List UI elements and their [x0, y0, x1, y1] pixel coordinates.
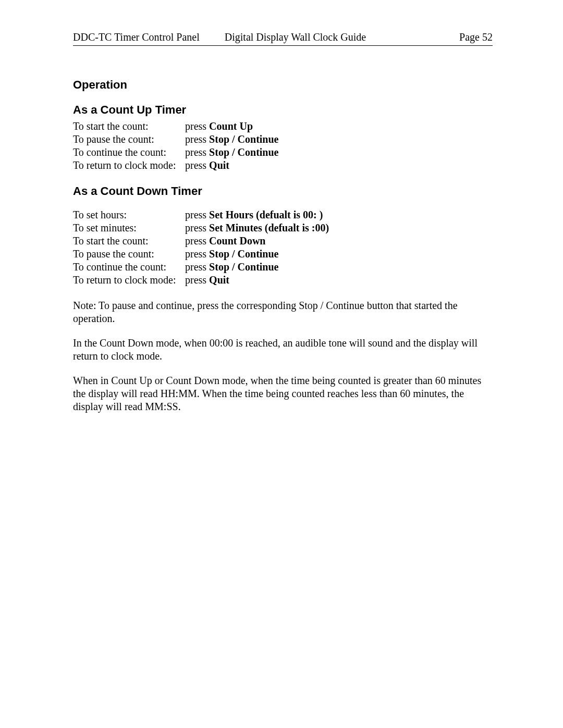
action-key: Count Down: [209, 235, 265, 246]
action-prefix: press: [185, 248, 209, 260]
countdown-paragraph: In the Count Down mode, when 00:00 is re…: [73, 337, 493, 363]
action-key: Count Up: [209, 120, 253, 132]
action-prefix: press: [185, 133, 209, 145]
instruction-action: press Quit: [185, 159, 229, 172]
instruction-action: press Set Hours (defualt is 00: ): [185, 208, 323, 221]
display-format-paragraph: When in Count Up or Count Down mode, whe…: [73, 374, 493, 413]
action-key: Quit: [209, 159, 229, 171]
instruction-label: To pause the count:: [73, 133, 185, 146]
action-prefix: press: [185, 261, 209, 273]
spacer: [73, 201, 493, 208]
instruction-action: press Stop / Continue: [185, 248, 278, 261]
action-key: Quit: [209, 274, 229, 286]
action-prefix: press: [185, 146, 209, 158]
instruction-row: To continue the count: press Stop / Cont…: [73, 261, 493, 274]
page-header: DDC-TC Timer Control Panel Digital Displ…: [73, 31, 493, 46]
instruction-label: To pause the count:: [73, 248, 185, 261]
instruction-row: To start the count: press Count Up: [73, 120, 493, 133]
section-title-operation: Operation: [73, 78, 493, 92]
note-paragraph: Note: To pause and continue, press the c…: [73, 299, 493, 325]
action-prefix: press: [185, 120, 209, 132]
header-product: DDC-TC Timer Control Panel: [73, 31, 200, 43]
instruction-action: press Stop / Continue: [185, 146, 278, 159]
action-key: Set Hours (defualt is 00: ): [209, 209, 323, 220]
action-key: Set Minutes (defualt is :00): [209, 222, 329, 233]
instruction-action: press Count Down: [185, 235, 265, 248]
instruction-row: To start the count: press Count Down: [73, 235, 493, 248]
action-prefix: press: [185, 159, 209, 171]
instruction-label: To set hours:: [73, 208, 185, 221]
header-guide: Digital Display Wall Clock Guide: [225, 31, 366, 43]
instruction-row: To set minutes: press Set Minutes (defua…: [73, 221, 493, 235]
instruction-row: To return to clock mode: press Quit: [73, 159, 493, 172]
heading-count-down: As a Count Down Timer: [73, 184, 493, 198]
action-key: Stop / Continue: [209, 261, 278, 273]
instruction-action: press Count Up: [185, 120, 253, 133]
action-prefix: press: [185, 209, 209, 220]
action-key: Stop / Continue: [209, 133, 278, 145]
instruction-label: To set minutes:: [73, 221, 185, 235]
instruction-action: press Set Minutes (defualt is :00): [185, 221, 329, 235]
instruction-label: To return to clock mode:: [73, 159, 185, 172]
instruction-label: To continue the count:: [73, 261, 185, 274]
instruction-row: To pause the count: press Stop / Continu…: [73, 133, 493, 146]
action-key: Stop / Continue: [209, 248, 278, 260]
instruction-row: To continue the count: press Stop / Cont…: [73, 146, 493, 159]
count-down-instructions: To set hours: press Set Hours (defualt i…: [73, 208, 493, 287]
action-prefix: press: [185, 235, 209, 246]
count-up-instructions: To start the count: press Count Up To pa…: [73, 120, 493, 172]
instruction-action: press Quit: [185, 274, 229, 287]
header-page-number: Page 52: [459, 31, 493, 43]
instruction-row: To return to clock mode: press Quit: [73, 274, 493, 287]
instruction-action: press Stop / Continue: [185, 261, 278, 274]
action-prefix: press: [185, 274, 209, 286]
header-left: DDC-TC Timer Control Panel Digital Displ…: [73, 31, 366, 43]
instruction-action: press Stop / Continue: [185, 133, 278, 146]
heading-count-up: As a Count Up Timer: [73, 103, 493, 117]
action-prefix: press: [185, 222, 209, 233]
instruction-row: To set hours: press Set Hours (defualt i…: [73, 208, 493, 221]
instruction-label: To continue the count:: [73, 146, 185, 159]
instruction-row: To pause the count: press Stop / Continu…: [73, 248, 493, 261]
instruction-label: To return to clock mode:: [73, 274, 185, 287]
action-key: Stop / Continue: [209, 146, 278, 158]
instruction-label: To start the count:: [73, 235, 185, 248]
instruction-label: To start the count:: [73, 120, 185, 133]
